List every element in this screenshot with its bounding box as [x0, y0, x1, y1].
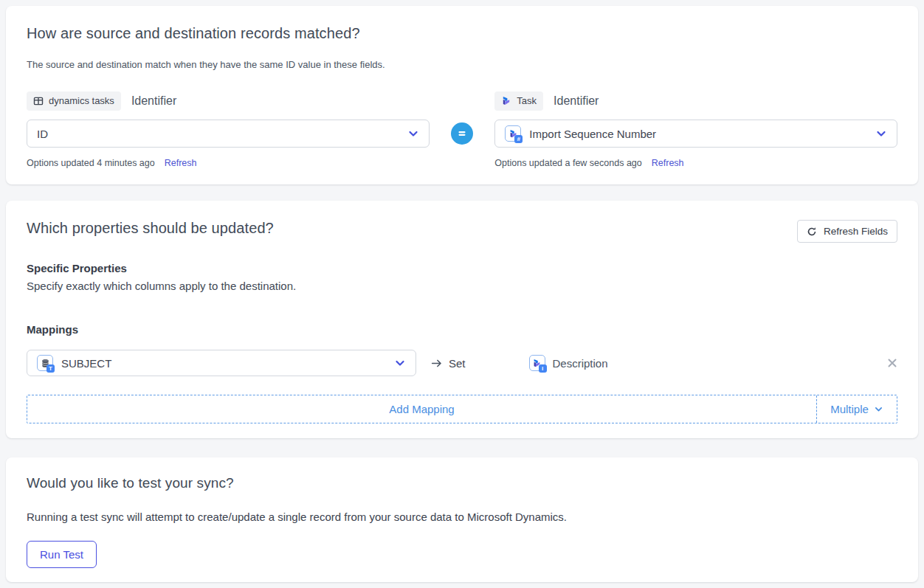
- add-mapping-label: Add Mapping: [389, 403, 454, 415]
- destination-options-updated-text: Options updated a few seconds ago: [494, 158, 641, 168]
- mapping-action: Set: [430, 357, 466, 370]
- refresh-fields-label: Refresh Fields: [824, 226, 888, 237]
- multiline-field-type-icon: i: [529, 355, 545, 371]
- mapping-source-value: SUBJECT: [61, 357, 111, 370]
- properties-header: Which properties should be updated? Refr…: [27, 220, 897, 243]
- dynamics-logo-icon: [501, 96, 511, 106]
- destination-refresh-link[interactable]: Refresh: [652, 158, 684, 168]
- mapping-destination-value: Description: [553, 357, 608, 370]
- source-options-updated-text: Options updated 4 minutes ago: [27, 158, 155, 168]
- test-sync-card: Would you like to test your sync? Runnin…: [6, 457, 918, 582]
- mapping-source-select[interactable]: T SUBJECT: [27, 350, 416, 376]
- properties-card-title: Which properties should be updated?: [27, 220, 274, 237]
- equals-icon: [451, 122, 473, 145]
- matching-columns: dynamics tasks Identifier ID Options upd…: [27, 91, 897, 168]
- refresh-fields-button[interactable]: Refresh Fields: [797, 220, 897, 243]
- text-type-badge: T: [46, 364, 55, 373]
- source-identifier-label: Identifier: [131, 94, 176, 108]
- destination-object-badge: Task: [494, 91, 543, 111]
- mapping-row: T SUBJECT Set i Description: [27, 350, 897, 376]
- table-icon: [33, 96, 44, 106]
- source-identifier-select[interactable]: ID: [27, 120, 430, 148]
- number-type-badge: #: [514, 135, 523, 143]
- destination-identifier-label: Identifier: [554, 94, 599, 108]
- record-matching-card: How are source and destination records m…: [6, 6, 918, 184]
- source-identifier-value: ID: [37, 128, 48, 140]
- matching-card-description: The source and destination match when th…: [27, 59, 897, 70]
- add-mapping-button[interactable]: Add Mapping: [27, 395, 816, 423]
- test-card-title: Would you like to test your sync?: [27, 475, 897, 491]
- chevron-down-icon: [394, 357, 406, 369]
- text-field-type-icon: T: [37, 355, 53, 371]
- destination-identifier-column: Task Identifier # Import Sequence Number: [494, 91, 897, 168]
- destination-options-status: Options updated a few seconds ago Refres…: [494, 158, 897, 168]
- matching-card-title: How are source and destination records m…: [27, 25, 897, 42]
- close-icon: [887, 358, 897, 368]
- destination-identifier-select[interactable]: # Import Sequence Number: [494, 120, 897, 148]
- destination-badge-label: Task: [517, 94, 537, 108]
- destination-identifier-value: Import Sequence Number: [529, 128, 656, 140]
- run-test-button[interactable]: Run Test: [27, 541, 97, 568]
- source-identifier-column: dynamics tasks Identifier ID Options upd…: [27, 91, 430, 168]
- multiple-label: Multiple: [830, 403, 869, 415]
- number-field-type-icon: #: [505, 125, 521, 142]
- chevron-down-icon: [875, 128, 887, 139]
- refresh-icon: [807, 226, 817, 237]
- mappings-label: Mappings: [27, 323, 897, 336]
- info-type-badge: i: [539, 364, 547, 373]
- properties-card: Which properties should be updated? Refr…: [6, 201, 918, 438]
- test-card-description: Running a test sync will attempt to crea…: [27, 511, 897, 523]
- add-mapping-row: Add Mapping Multiple: [27, 395, 897, 423]
- equals-indicator-wrap: [430, 91, 495, 145]
- mapping-action-label: Set: [449, 357, 466, 370]
- add-multiple-dropdown[interactable]: Multiple: [816, 395, 897, 423]
- source-field-header: dynamics tasks Identifier: [27, 91, 430, 111]
- chevron-down-icon: [407, 128, 419, 139]
- specific-properties-description: Specify exactly which columns apply to t…: [27, 280, 897, 292]
- mapping-destination: i Description: [529, 355, 608, 371]
- sync-settings-page: How are source and destination records m…: [0, 0, 924, 588]
- destination-field-header: Task Identifier: [494, 91, 897, 111]
- source-options-status: Options updated 4 minutes ago Refresh: [27, 158, 430, 168]
- source-table-badge: dynamics tasks: [27, 91, 121, 111]
- source-refresh-link[interactable]: Refresh: [165, 158, 197, 168]
- specific-properties-title: Specific Properties: [27, 262, 897, 274]
- chevron-down-icon: [874, 404, 883, 414]
- source-badge-label: dynamics tasks: [49, 94, 114, 108]
- remove-mapping-button[interactable]: [887, 358, 897, 368]
- arrow-right-icon: [430, 357, 443, 370]
